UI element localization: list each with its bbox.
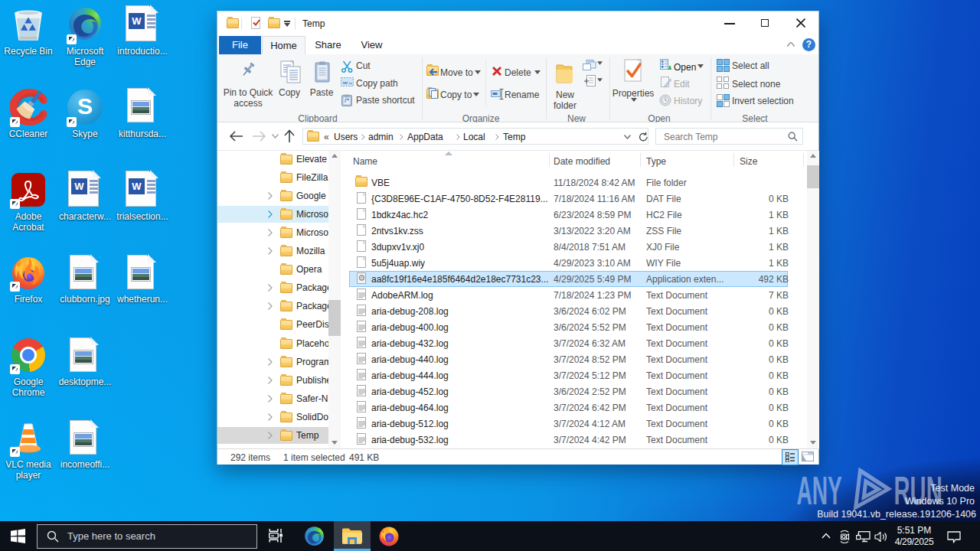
- svg-text:S: S: [77, 93, 93, 119]
